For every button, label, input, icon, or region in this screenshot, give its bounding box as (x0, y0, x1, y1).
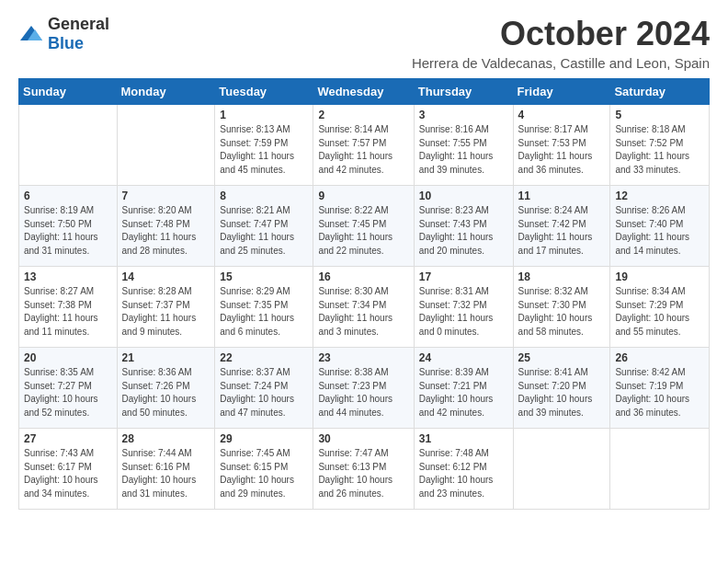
calendar-cell: 4Sunrise: 8:17 AM Sunset: 7:53 PM Daylig… (513, 105, 610, 186)
calendar-cell: 12Sunrise: 8:26 AM Sunset: 7:40 PM Dayli… (610, 186, 710, 267)
day-detail: Sunrise: 8:17 AM Sunset: 7:53 PM Dayligh… (518, 123, 606, 177)
calendar-cell: 22Sunrise: 8:37 AM Sunset: 7:24 PM Dayli… (215, 348, 313, 429)
day-detail: Sunrise: 8:32 AM Sunset: 7:30 PM Dayligh… (518, 285, 606, 339)
calendar-cell: 19Sunrise: 8:34 AM Sunset: 7:29 PM Dayli… (610, 267, 710, 348)
day-detail: Sunrise: 8:22 AM Sunset: 7:45 PM Dayligh… (318, 204, 408, 258)
calendar-cell: 29Sunrise: 7:45 AM Sunset: 6:15 PM Dayli… (215, 429, 313, 510)
calendar-cell: 2Sunrise: 8:14 AM Sunset: 7:57 PM Daylig… (313, 105, 414, 186)
calendar-cell: 17Sunrise: 8:31 AM Sunset: 7:32 PM Dayli… (414, 267, 513, 348)
day-number: 2 (318, 109, 408, 121)
day-number: 25 (518, 351, 606, 364)
calendar-cell: 27Sunrise: 7:43 AM Sunset: 6:17 PM Dayli… (19, 429, 118, 510)
calendar-cell (117, 105, 215, 186)
day-number: 18 (518, 270, 606, 283)
title-area: October 2024 Herrera de Valdecanas, Cast… (412, 15, 710, 71)
day-number: 1 (220, 109, 308, 121)
day-detail: Sunrise: 8:21 AM Sunset: 7:47 PM Dayligh… (220, 204, 308, 258)
day-number: 24 (419, 351, 508, 364)
day-number: 27 (24, 432, 112, 445)
day-detail: Sunrise: 7:47 AM Sunset: 6:13 PM Dayligh… (318, 447, 408, 500)
calendar-cell (610, 429, 710, 510)
day-number: 31 (419, 432, 508, 445)
header-saturday: Saturday (610, 79, 710, 105)
day-number: 16 (318, 270, 408, 283)
day-number: 17 (419, 270, 508, 283)
week-row-5: 27Sunrise: 7:43 AM Sunset: 6:17 PM Dayli… (19, 429, 710, 510)
day-number: 29 (220, 432, 308, 445)
day-number: 23 (318, 351, 408, 364)
day-number: 30 (318, 432, 408, 445)
day-detail: Sunrise: 8:31 AM Sunset: 7:32 PM Dayligh… (419, 285, 508, 339)
calendar-cell: 24Sunrise: 8:39 AM Sunset: 7:21 PM Dayli… (414, 348, 513, 429)
week-row-2: 6Sunrise: 8:19 AM Sunset: 7:50 PM Daylig… (19, 186, 710, 267)
day-number: 4 (518, 109, 606, 121)
calendar-cell: 21Sunrise: 8:36 AM Sunset: 7:26 PM Dayli… (117, 348, 215, 429)
day-detail: Sunrise: 8:39 AM Sunset: 7:21 PM Dayligh… (419, 366, 508, 419)
day-detail: Sunrise: 8:14 AM Sunset: 7:57 PM Dayligh… (318, 123, 408, 177)
header-row: SundayMondayTuesdayWednesdayThursdayFrid… (19, 79, 710, 105)
logo-blue: Blue (48, 34, 84, 52)
day-number: 8 (220, 190, 308, 202)
calendar-cell: 13Sunrise: 8:27 AM Sunset: 7:38 PM Dayli… (19, 267, 118, 348)
header-sunday: Sunday (19, 79, 118, 105)
day-number: 10 (419, 190, 508, 202)
day-detail: Sunrise: 8:38 AM Sunset: 7:23 PM Dayligh… (318, 366, 408, 419)
day-detail: Sunrise: 8:23 AM Sunset: 7:43 PM Dayligh… (419, 204, 508, 258)
day-number: 11 (518, 190, 606, 202)
calendar-cell: 18Sunrise: 8:32 AM Sunset: 7:30 PM Dayli… (513, 267, 610, 348)
week-row-1: 1Sunrise: 8:13 AM Sunset: 7:59 PM Daylig… (19, 105, 710, 186)
day-detail: Sunrise: 7:43 AM Sunset: 6:17 PM Dayligh… (24, 447, 112, 500)
header-wednesday: Wednesday (313, 79, 414, 105)
day-number: 15 (220, 270, 308, 283)
day-number: 7 (122, 190, 210, 202)
day-detail: Sunrise: 8:29 AM Sunset: 7:35 PM Dayligh… (220, 285, 308, 339)
day-detail: Sunrise: 8:20 AM Sunset: 7:48 PM Dayligh… (122, 204, 210, 258)
day-detail: Sunrise: 8:36 AM Sunset: 7:26 PM Dayligh… (122, 366, 210, 419)
calendar-cell: 10Sunrise: 8:23 AM Sunset: 7:43 PM Dayli… (414, 186, 513, 267)
calendar-cell: 30Sunrise: 7:47 AM Sunset: 6:13 PM Dayli… (313, 429, 414, 510)
calendar-cell: 14Sunrise: 8:28 AM Sunset: 7:37 PM Dayli… (117, 267, 215, 348)
day-number: 13 (24, 270, 112, 283)
day-number: 19 (615, 270, 704, 283)
day-detail: Sunrise: 8:35 AM Sunset: 7:27 PM Dayligh… (24, 366, 112, 419)
calendar-cell: 16Sunrise: 8:30 AM Sunset: 7:34 PM Dayli… (313, 267, 414, 348)
week-row-3: 13Sunrise: 8:27 AM Sunset: 7:38 PM Dayli… (19, 267, 710, 348)
header-thursday: Thursday (414, 79, 513, 105)
calendar-cell: 23Sunrise: 8:38 AM Sunset: 7:23 PM Dayli… (313, 348, 414, 429)
logo-icon (18, 24, 44, 44)
calendar-cell: 6Sunrise: 8:19 AM Sunset: 7:50 PM Daylig… (19, 186, 118, 267)
calendar-cell: 25Sunrise: 8:41 AM Sunset: 7:20 PM Dayli… (513, 348, 610, 429)
day-detail: Sunrise: 8:26 AM Sunset: 7:40 PM Dayligh… (615, 204, 704, 258)
calendar-cell: 3Sunrise: 8:16 AM Sunset: 7:55 PM Daylig… (414, 105, 513, 186)
day-detail: Sunrise: 8:27 AM Sunset: 7:38 PM Dayligh… (24, 285, 112, 339)
calendar-cell: 26Sunrise: 8:42 AM Sunset: 7:19 PM Dayli… (610, 348, 710, 429)
day-number: 20 (24, 351, 112, 364)
header-friday: Friday (513, 79, 610, 105)
calendar-cell: 9Sunrise: 8:22 AM Sunset: 7:45 PM Daylig… (313, 186, 414, 267)
day-detail: Sunrise: 8:28 AM Sunset: 7:37 PM Dayligh… (122, 285, 210, 339)
day-number: 14 (122, 270, 210, 283)
day-detail: Sunrise: 8:13 AM Sunset: 7:59 PM Dayligh… (220, 123, 308, 177)
day-number: 6 (24, 190, 112, 202)
day-detail: Sunrise: 8:41 AM Sunset: 7:20 PM Dayligh… (518, 366, 606, 419)
day-detail: Sunrise: 8:19 AM Sunset: 7:50 PM Dayligh… (24, 204, 112, 258)
day-detail: Sunrise: 8:18 AM Sunset: 7:52 PM Dayligh… (615, 123, 704, 177)
month-title: October 2024 (412, 15, 710, 53)
day-detail: Sunrise: 8:16 AM Sunset: 7:55 PM Dayligh… (419, 123, 508, 177)
day-number: 26 (615, 351, 704, 364)
day-number: 12 (615, 190, 704, 202)
day-detail: Sunrise: 7:48 AM Sunset: 6:12 PM Dayligh… (419, 447, 508, 500)
calendar-table: SundayMondayTuesdayWednesdayThursdayFrid… (18, 78, 710, 510)
day-number: 9 (318, 190, 408, 202)
day-detail: Sunrise: 8:30 AM Sunset: 7:34 PM Dayligh… (318, 285, 408, 339)
logo-text: General Blue (48, 15, 109, 53)
day-number: 22 (220, 351, 308, 364)
day-detail: Sunrise: 8:34 AM Sunset: 7:29 PM Dayligh… (615, 285, 704, 339)
calendar-cell: 11Sunrise: 8:24 AM Sunset: 7:42 PM Dayli… (513, 186, 610, 267)
page-header: General Blue October 2024 Herrera de Val… (18, 15, 710, 71)
day-detail: Sunrise: 8:37 AM Sunset: 7:24 PM Dayligh… (220, 366, 308, 419)
calendar-cell (19, 105, 118, 186)
calendar-cell: 7Sunrise: 8:20 AM Sunset: 7:48 PM Daylig… (117, 186, 215, 267)
calendar-cell: 20Sunrise: 8:35 AM Sunset: 7:27 PM Dayli… (19, 348, 118, 429)
calendar-cell: 15Sunrise: 8:29 AM Sunset: 7:35 PM Dayli… (215, 267, 313, 348)
